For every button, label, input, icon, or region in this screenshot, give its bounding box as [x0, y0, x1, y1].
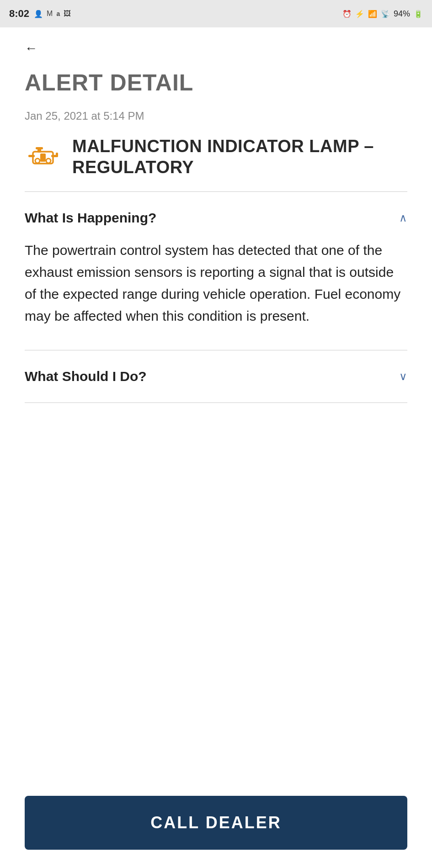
battery-level: 94% [394, 9, 410, 19]
what-should-i-do-label: What Should I Do? [25, 369, 147, 384]
what-is-happening-header[interactable]: What Is Happening? ∧ [25, 206, 407, 230]
mail-icon: M [47, 10, 53, 18]
svg-rect-3 [28, 155, 35, 157]
call-dealer-button[interactable]: CALL DEALER [25, 796, 407, 850]
alert-header: MALFUNCTION INDICATOR LAMP – REGULATORY [25, 136, 407, 178]
alarm-icon: ⏰ [342, 10, 352, 18]
alert-title: MALFUNCTION INDICATOR LAMP – REGULATORY [72, 136, 407, 178]
divider-middle [25, 350, 407, 350]
main-content: ← ALERT DETAIL Jan 25, 2021 at 5:14 PM [0, 27, 432, 868]
divider-bottom [25, 402, 407, 403]
battery-icon: 🔋 [414, 10, 423, 18]
signal-icon: 📡 [381, 10, 390, 18]
svg-rect-2 [56, 153, 58, 157]
svg-rect-6 [40, 153, 46, 162]
image-icon: 🖼 [64, 10, 71, 18]
svg-rect-5 [36, 147, 43, 149]
svg-point-8 [46, 159, 51, 163]
what-is-happening-body: The powertrain control system has detect… [25, 239, 407, 327]
alert-timestamp: Jan 25, 2021 at 5:14 PM [25, 110, 407, 122]
bluetooth-icon: ⚡ [355, 10, 364, 18]
call-dealer-label: CALL DEALER [150, 813, 281, 832]
svg-point-7 [35, 159, 40, 163]
chevron-up-icon: ∧ [399, 212, 407, 224]
what-is-happening-content: The powertrain control system has detect… [25, 230, 407, 336]
engine-warning-icon [25, 143, 61, 172]
wifi-icon: 📶 [368, 10, 377, 18]
page-title: ALERT DETAIL [25, 69, 407, 96]
divider-top [25, 191, 407, 192]
what-should-i-do-section: What Should I Do? ∨ [25, 355, 407, 398]
what-is-happening-label: What Is Happening? [25, 210, 156, 226]
back-button[interactable]: ← [25, 41, 37, 56]
amazon-icon: a [56, 10, 60, 17]
status-time: 8:02 [9, 8, 29, 20]
what-should-i-do-header[interactable]: What Should I Do? ∨ [25, 364, 407, 389]
person-icon: 👤 [34, 10, 43, 18]
status-bar: 8:02 👤 M a 🖼 ⏰ ⚡ 📶 📡 94% 🔋 [0, 0, 432, 27]
what-is-happening-section: What Is Happening? ∧ The powertrain cont… [25, 196, 407, 345]
back-arrow-icon: ← [25, 41, 37, 56]
chevron-down-icon: ∨ [399, 370, 407, 383]
